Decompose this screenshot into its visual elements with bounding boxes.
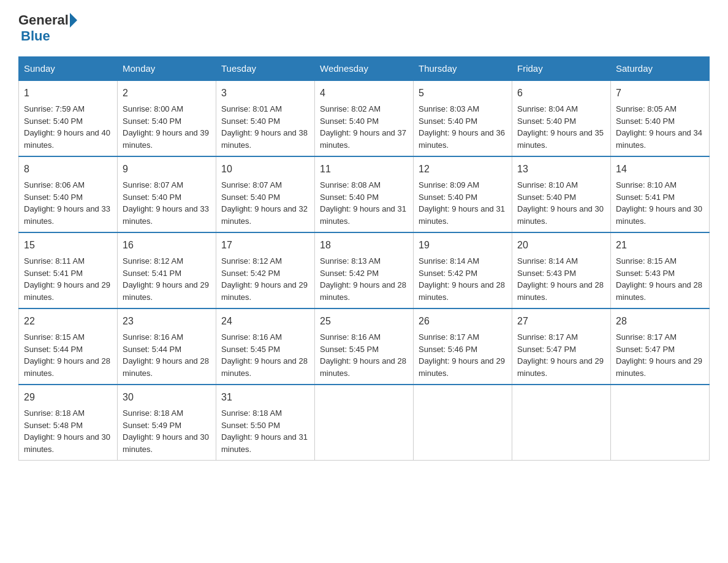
week-row: 22Sunrise: 8:15 AMSunset: 5:44 PMDayligh… (19, 308, 710, 385)
day-cell: 30Sunrise: 8:18 AMSunset: 5:49 PMDayligh… (118, 385, 216, 461)
day-info: Sunrise: 8:16 AMSunset: 5:44 PMDaylight:… (123, 332, 209, 378)
day-info: Sunrise: 8:16 AMSunset: 5:45 PMDaylight:… (221, 332, 308, 378)
day-cell: 26Sunrise: 8:17 AMSunset: 5:46 PMDayligh… (414, 308, 512, 385)
day-info: Sunrise: 8:12 AMSunset: 5:42 PMDaylight:… (221, 256, 308, 302)
day-info: Sunrise: 8:11 AMSunset: 5:41 PMDaylight:… (24, 256, 110, 302)
day-header-friday: Friday (512, 57, 611, 81)
day-number: 7 (616, 86, 704, 101)
day-cell (315, 385, 414, 461)
day-cell: 7Sunrise: 8:05 AMSunset: 5:40 PMDaylight… (611, 80, 710, 156)
day-cell: 13Sunrise: 8:10 AMSunset: 5:40 PMDayligh… (512, 156, 611, 232)
day-header-tuesday: Tuesday (216, 57, 315, 81)
day-number: 25 (320, 314, 408, 329)
day-number: 12 (419, 162, 507, 177)
day-number: 21 (616, 238, 704, 253)
day-cell: 29Sunrise: 8:18 AMSunset: 5:48 PMDayligh… (19, 385, 118, 461)
day-info: Sunrise: 8:15 AMSunset: 5:43 PMDaylight:… (616, 256, 702, 302)
day-cell: 28Sunrise: 8:17 AMSunset: 5:47 PMDayligh… (611, 308, 710, 385)
day-number: 22 (24, 314, 112, 329)
day-cell: 10Sunrise: 8:07 AMSunset: 5:40 PMDayligh… (216, 156, 315, 232)
day-number: 28 (616, 314, 704, 329)
day-number: 29 (24, 390, 112, 405)
day-cell: 21Sunrise: 8:15 AMSunset: 5:43 PMDayligh… (611, 232, 710, 308)
day-number: 9 (123, 162, 211, 177)
day-number: 6 (517, 86, 605, 101)
day-number: 15 (24, 238, 112, 253)
day-info: Sunrise: 8:15 AMSunset: 5:44 PMDaylight:… (24, 332, 110, 378)
day-info: Sunrise: 8:17 AMSunset: 5:46 PMDaylight:… (419, 332, 505, 378)
day-number: 16 (123, 238, 211, 253)
day-info: Sunrise: 8:14 AMSunset: 5:43 PMDaylight:… (517, 256, 604, 302)
week-row: 29Sunrise: 8:18 AMSunset: 5:48 PMDayligh… (19, 385, 710, 461)
day-cell: 9Sunrise: 8:07 AMSunset: 5:40 PMDaylight… (118, 156, 216, 232)
day-info: Sunrise: 8:18 AMSunset: 5:50 PMDaylight:… (221, 408, 308, 454)
day-cell: 18Sunrise: 8:13 AMSunset: 5:42 PMDayligh… (315, 232, 414, 308)
day-cell: 31Sunrise: 8:18 AMSunset: 5:50 PMDayligh… (216, 385, 315, 461)
day-cell: 17Sunrise: 8:12 AMSunset: 5:42 PMDayligh… (216, 232, 315, 308)
day-info: Sunrise: 8:03 AMSunset: 5:40 PMDaylight:… (419, 104, 505, 150)
day-cell: 4Sunrise: 8:02 AMSunset: 5:40 PMDaylight… (315, 80, 414, 156)
calendar-table: SundayMondayTuesdayWednesdayThursdayFrid… (18, 56, 710, 461)
day-number: 30 (123, 390, 211, 405)
day-info: Sunrise: 8:17 AMSunset: 5:47 PMDaylight:… (616, 332, 702, 378)
day-info: Sunrise: 8:18 AMSunset: 5:48 PMDaylight:… (24, 408, 110, 454)
day-cell: 2Sunrise: 8:00 AMSunset: 5:40 PMDaylight… (118, 80, 216, 156)
day-info: Sunrise: 8:10 AMSunset: 5:41 PMDaylight:… (616, 180, 702, 226)
day-info: Sunrise: 8:18 AMSunset: 5:49 PMDaylight:… (123, 408, 209, 454)
day-info: Sunrise: 7:59 AMSunset: 5:40 PMDaylight:… (24, 104, 110, 150)
day-info: Sunrise: 8:07 AMSunset: 5:40 PMDaylight:… (123, 180, 209, 226)
day-info: Sunrise: 8:06 AMSunset: 5:40 PMDaylight:… (24, 180, 110, 226)
day-cell: 23Sunrise: 8:16 AMSunset: 5:44 PMDayligh… (118, 308, 216, 385)
day-header-row: SundayMondayTuesdayWednesdayThursdayFrid… (19, 57, 710, 81)
day-number: 3 (221, 86, 309, 101)
day-info: Sunrise: 8:16 AMSunset: 5:45 PMDaylight:… (320, 332, 406, 378)
day-number: 14 (616, 162, 704, 177)
day-cell: 8Sunrise: 8:06 AMSunset: 5:40 PMDaylight… (19, 156, 118, 232)
day-info: Sunrise: 8:08 AMSunset: 5:40 PMDaylight:… (320, 180, 406, 226)
day-header-sunday: Sunday (19, 57, 118, 81)
day-number: 17 (221, 238, 309, 253)
day-info: Sunrise: 8:14 AMSunset: 5:42 PMDaylight:… (419, 256, 505, 302)
day-number: 10 (221, 162, 309, 177)
day-cell: 14Sunrise: 8:10 AMSunset: 5:41 PMDayligh… (611, 156, 710, 232)
day-number: 23 (123, 314, 211, 329)
day-number: 19 (419, 238, 507, 253)
day-number: 24 (221, 314, 309, 329)
week-row: 8Sunrise: 8:06 AMSunset: 5:40 PMDaylight… (19, 156, 710, 232)
day-number: 13 (517, 162, 605, 177)
day-cell: 6Sunrise: 8:04 AMSunset: 5:40 PMDaylight… (512, 80, 611, 156)
day-number: 31 (221, 390, 309, 405)
day-number: 27 (517, 314, 605, 329)
day-header-saturday: Saturday (611, 57, 710, 81)
day-info: Sunrise: 8:00 AMSunset: 5:40 PMDaylight:… (123, 104, 209, 150)
day-cell: 11Sunrise: 8:08 AMSunset: 5:40 PMDayligh… (315, 156, 414, 232)
day-cell (414, 385, 512, 461)
day-info: Sunrise: 8:09 AMSunset: 5:40 PMDaylight:… (419, 180, 505, 226)
day-cell: 1Sunrise: 7:59 AMSunset: 5:40 PMDaylight… (19, 80, 118, 156)
day-header-thursday: Thursday (414, 57, 512, 81)
day-cell: 24Sunrise: 8:16 AMSunset: 5:45 PMDayligh… (216, 308, 315, 385)
day-cell (512, 385, 611, 461)
day-info: Sunrise: 8:05 AMSunset: 5:40 PMDaylight:… (616, 104, 702, 150)
day-info: Sunrise: 8:04 AMSunset: 5:40 PMDaylight:… (517, 104, 604, 150)
day-info: Sunrise: 8:01 AMSunset: 5:40 PMDaylight:… (221, 104, 308, 150)
day-header-monday: Monday (118, 57, 216, 81)
logo: General Blue (18, 12, 77, 44)
day-number: 1 (24, 86, 112, 101)
logo-arrow-icon (70, 13, 77, 28)
day-info: Sunrise: 8:07 AMSunset: 5:40 PMDaylight:… (221, 180, 308, 226)
day-cell: 22Sunrise: 8:15 AMSunset: 5:44 PMDayligh… (19, 308, 118, 385)
day-number: 18 (320, 238, 408, 253)
day-number: 26 (419, 314, 507, 329)
week-row: 15Sunrise: 8:11 AMSunset: 5:41 PMDayligh… (19, 232, 710, 308)
day-cell: 27Sunrise: 8:17 AMSunset: 5:47 PMDayligh… (512, 308, 611, 385)
day-cell: 19Sunrise: 8:14 AMSunset: 5:42 PMDayligh… (414, 232, 512, 308)
day-cell: 16Sunrise: 8:12 AMSunset: 5:41 PMDayligh… (118, 232, 216, 308)
day-cell: 5Sunrise: 8:03 AMSunset: 5:40 PMDaylight… (414, 80, 512, 156)
day-cell: 12Sunrise: 8:09 AMSunset: 5:40 PMDayligh… (414, 156, 512, 232)
day-cell: 3Sunrise: 8:01 AMSunset: 5:40 PMDaylight… (216, 80, 315, 156)
page-header: General Blue (18, 12, 710, 44)
day-number: 5 (419, 86, 507, 101)
day-info: Sunrise: 8:10 AMSunset: 5:40 PMDaylight:… (517, 180, 604, 226)
day-number: 2 (123, 86, 211, 101)
